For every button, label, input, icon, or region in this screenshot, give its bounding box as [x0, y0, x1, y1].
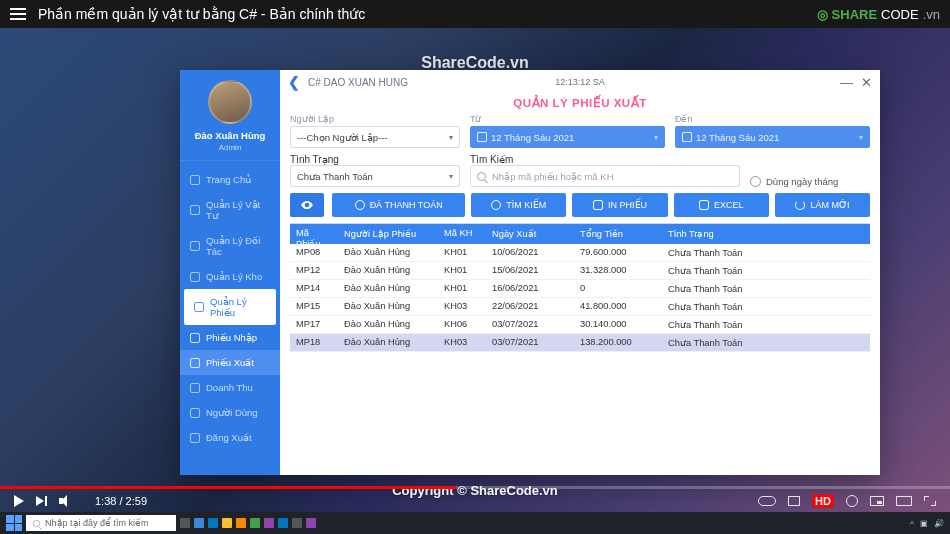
- start-button[interactable]: [6, 515, 22, 531]
- nav-home[interactable]: Trang Chủ: [180, 167, 280, 192]
- video-controls: 1:38 / 2:59 HD: [0, 488, 950, 514]
- nav-phieu[interactable]: Quản Lý Phiếu: [184, 289, 276, 325]
- cell-kh: KH03: [438, 334, 486, 351]
- cell-name: Đào Xuân Hùng: [338, 334, 438, 351]
- cell-name: Đào Xuân Hùng: [338, 280, 438, 297]
- use-date-checkbox[interactable]: Dùng ngày tháng: [750, 176, 870, 187]
- cell-status: Chưa Thanh Toán: [662, 316, 870, 333]
- table-row[interactable]: MP08Đào Xuân HùngKH0110/06/202179.600.00…: [290, 244, 870, 262]
- taskbar-icon[interactable]: [180, 518, 190, 528]
- taskbar-icon[interactable]: [264, 518, 274, 528]
- cell-kh: KH03: [438, 298, 486, 315]
- cell-status: Chưa Thanh Toán: [662, 244, 870, 261]
- close-button[interactable]: ✕: [861, 75, 872, 90]
- back-icon[interactable]: ❮: [288, 74, 300, 90]
- cell-name: Đào Xuân Hùng: [338, 298, 438, 315]
- nav-nguoidung[interactable]: Người Dùng: [180, 400, 280, 425]
- magnifier-icon: [491, 200, 501, 210]
- user-name: Đào Xuân Hùng: [188, 130, 272, 141]
- cell-date: 10/06/2021: [486, 244, 574, 261]
- avatar[interactable]: [208, 80, 252, 124]
- cell-kh: KH01: [438, 280, 486, 297]
- nav-phieunhap[interactable]: Phiếu Nhập: [180, 325, 280, 350]
- cell-id: MP15: [290, 298, 338, 315]
- cell-status: Chưa Thanh Toán: [662, 334, 870, 351]
- view-button[interactable]: [290, 193, 324, 217]
- chart-icon: [190, 383, 200, 393]
- theater-button[interactable]: [896, 496, 912, 506]
- receipt-icon: [194, 302, 204, 312]
- captions-button[interactable]: [788, 496, 800, 506]
- title-bar: ❮ C# DAO XUAN HUNG 12:13:12 SA — ✕: [280, 70, 880, 94]
- settings-button[interactable]: [846, 495, 858, 507]
- table-row[interactable]: MP15Đào Xuân HùngKH0322/06/202141.800.00…: [290, 298, 870, 316]
- time-display: 1:38 / 2:59: [95, 495, 147, 507]
- miniplayer-button[interactable]: [870, 496, 884, 506]
- nav-vattu[interactable]: Quản Lý Vật Tư: [180, 192, 280, 228]
- nav-doanhthu[interactable]: Doanh Thu: [180, 375, 280, 400]
- volume-button[interactable]: [59, 495, 73, 507]
- system-tray[interactable]: ^ ▣ 🔊: [910, 519, 944, 528]
- sharecode-logo[interactable]: ◎ SHARECODE.vn: [817, 7, 940, 22]
- taskbar-search[interactable]: Nhập tại đây để tìm kiếm: [26, 515, 176, 531]
- taskbar-icon[interactable]: [278, 518, 288, 528]
- print-button[interactable]: IN PHIẾU: [572, 193, 667, 217]
- cell-date: 16/06/2021: [486, 280, 574, 297]
- taskbar-icon[interactable]: [292, 518, 302, 528]
- hd-badge: HD: [812, 494, 834, 508]
- search-input[interactable]: Nhập mã phiếu hoặc mã KH: [470, 165, 740, 187]
- date-to[interactable]: 12 Tháng Sáu 2021▾: [675, 126, 870, 148]
- taskbar-icon[interactable]: [236, 518, 246, 528]
- nav-doitac[interactable]: Quản Lý Đối Tác: [180, 228, 280, 264]
- play-button[interactable]: [14, 495, 24, 507]
- tinhtrang-select[interactable]: Chưa Thanh Toán▾: [290, 165, 460, 187]
- radio-icon: [750, 176, 761, 187]
- tray-icon[interactable]: ▣: [920, 519, 928, 528]
- taskbar-icon[interactable]: [222, 518, 232, 528]
- cell-amount: 41.800.000: [574, 298, 662, 315]
- taskbar-icon[interactable]: [250, 518, 260, 528]
- table-row[interactable]: MP12Đào Xuân HùngKH0115/06/202131.328.00…: [290, 262, 870, 280]
- tray-icon[interactable]: 🔊: [934, 519, 944, 528]
- search-icon: [33, 519, 40, 526]
- nav-phieuxuat[interactable]: Phiếu Xuất: [180, 350, 280, 375]
- refresh-button[interactable]: LÀM MỚI: [775, 193, 870, 217]
- nav-dangxuat[interactable]: Đăng Xuất: [180, 425, 280, 450]
- cell-amount: 79.600.000: [574, 244, 662, 261]
- table-row[interactable]: MP17Đào Xuân HùngKH0603/07/202130.140.00…: [290, 316, 870, 334]
- autoplay-toggle[interactable]: [758, 496, 776, 506]
- hamburger-icon[interactable]: [10, 7, 26, 21]
- table-row[interactable]: MP14Đào Xuân HùngKH0116/06/20210Chưa Tha…: [290, 280, 870, 298]
- tray-icon[interactable]: ^: [910, 519, 914, 528]
- taskbar-icon[interactable]: [208, 518, 218, 528]
- logout-icon: [190, 433, 200, 443]
- taskbar-icon[interactable]: [306, 518, 316, 528]
- tu-label: Từ: [470, 114, 665, 124]
- nav: Trang Chủ Quản Lý Vật Tư Quản Lý Đối Tác…: [180, 161, 280, 450]
- chevron-down-icon: ▾: [449, 172, 453, 181]
- user-role: Admin: [188, 143, 272, 152]
- cell-id: MP12: [290, 262, 338, 279]
- paid-button[interactable]: ĐÃ THANH TOÁN: [332, 193, 465, 217]
- cell-kh: KH01: [438, 244, 486, 261]
- cell-id: MP14: [290, 280, 338, 297]
- user-icon: [190, 408, 200, 418]
- chevron-down-icon: ▾: [859, 133, 863, 142]
- next-button[interactable]: [36, 496, 47, 506]
- cell-id: MP18: [290, 334, 338, 351]
- fullscreen-button[interactable]: [924, 496, 936, 506]
- date-from[interactable]: 12 Tháng Sáu 2021▾: [470, 126, 665, 148]
- nav-kho[interactable]: Quản Lý Kho: [180, 264, 280, 289]
- tinhtrang-label: Tình Trạng: [290, 154, 339, 165]
- minimize-button[interactable]: —: [840, 75, 853, 90]
- cell-kh: KH01: [438, 262, 486, 279]
- export-icon: [190, 358, 200, 368]
- taskbar-icon[interactable]: [194, 518, 204, 528]
- excel-button[interactable]: EXCEL: [674, 193, 769, 217]
- import-icon: [190, 333, 200, 343]
- search-button[interactable]: TÌM KIẾM: [471, 193, 566, 217]
- table-row[interactable]: MP18Đào Xuân HùngKH0303/07/2021138.200.0…: [290, 334, 870, 352]
- nguoilap-select[interactable]: ---Chọn Người Lập---▾: [290, 126, 460, 148]
- cell-date: 03/07/2021: [486, 334, 574, 351]
- profile-block: Đào Xuân Hùng Admin: [180, 70, 280, 161]
